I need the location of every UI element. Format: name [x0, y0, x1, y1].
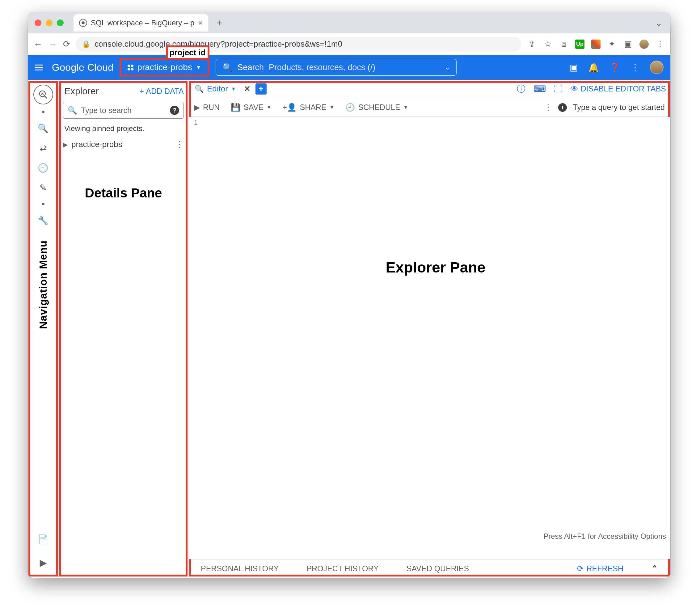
- save-button[interactable]: 💾 SAVE ▼: [231, 103, 271, 112]
- cloud-header: Google Cloud project id practice-probs ▼…: [28, 55, 670, 80]
- tab-close-icon[interactable]: ✕: [243, 84, 250, 94]
- ext-colored-icon[interactable]: [591, 40, 601, 49]
- cloud-search[interactable]: 🔍 Search Products, resources, docs (/) ⌄: [215, 59, 457, 76]
- upwork-ext-icon[interactable]: Up: [575, 40, 585, 49]
- nav-scheduled-queries[interactable]: 🕘: [34, 159, 52, 177]
- add-data-button[interactable]: + ADD DATA: [140, 87, 184, 96]
- profile-avatar[interactable]: [640, 40, 649, 49]
- refresh-label: REFRESH: [587, 564, 623, 573]
- nav-sql-workspace[interactable]: 🔍: [34, 119, 52, 137]
- editor-tab-bar: 🔍 Editor ▼ ✕ + ⓘ ⌨ ⛶ 👁 DISABLE EDITOR TA…: [188, 80, 670, 98]
- run-button[interactable]: ▶ RUN: [194, 103, 220, 112]
- tab-dropdown-icon[interactable]: ▼: [231, 86, 236, 92]
- project-id-annotation: project id: [166, 45, 209, 58]
- refresh-button[interactable]: ⟳ REFRESH: [577, 564, 623, 573]
- personal-history-tab[interactable]: PERSONAL HISTORY: [201, 564, 279, 573]
- more-icon[interactable]: ⋮: [544, 103, 552, 112]
- new-tab-button[interactable]: +: [212, 17, 226, 29]
- main-content: 🔍 ⇄ 🕘 ✎ 🔧 Navigation Menu 📄 ▶ Explorer +…: [28, 80, 670, 578]
- query-info-icon[interactable]: ⓘ: [517, 83, 526, 95]
- keyboard-icon[interactable]: ⌨: [533, 84, 546, 94]
- more-menu-icon[interactable]: ⋮: [631, 62, 640, 73]
- bigquery-icon[interactable]: [33, 84, 53, 104]
- notifications-icon[interactable]: 🔔: [588, 62, 599, 73]
- disable-tabs-label: DISABLE EDITOR TABS: [581, 84, 666, 93]
- tab-close-icon[interactable]: ×: [198, 18, 203, 28]
- share-icon: +👤: [283, 103, 297, 112]
- details-pane-annotation: Details Pane: [59, 186, 188, 201]
- google-cloud-logo[interactable]: Google Cloud: [52, 62, 113, 73]
- editor-toolbar: ▶ RUN 💾 SAVE ▼ +👤 SHARE ▼ 🕘 SCHEDULE ▼: [188, 98, 670, 117]
- disable-editor-tabs-button[interactable]: 👁 DISABLE EDITOR TABS: [571, 84, 666, 93]
- search-help-icon[interactable]: ?: [170, 106, 179, 115]
- header-actions: ▣ 🔔 ❓ ⋮: [570, 60, 664, 74]
- project-name: practice-probs: [71, 140, 122, 149]
- editor-tab[interactable]: 🔍 Editor ▼: [193, 84, 238, 94]
- close-window-icon[interactable]: [35, 19, 41, 26]
- nav-separator-dot-2: [42, 203, 44, 205]
- project-tree-row[interactable]: ▶ practice-probs ⋮: [59, 137, 188, 152]
- bookmark-icon[interactable]: ☆: [543, 40, 552, 49]
- schedule-button[interactable]: 🕘 SCHEDULE ▼: [345, 103, 408, 112]
- project-id-text: practice-probs: [137, 62, 192, 72]
- save-icon: 💾: [231, 103, 240, 112]
- nav-analytics-hub[interactable]: ✎: [34, 178, 52, 196]
- editor-panel: 🔍 Editor ▼ ✕ + ⓘ ⌨ ⛶ 👁 DISABLE EDITOR TA…: [188, 80, 670, 578]
- cloud-shell-icon[interactable]: ▣: [570, 62, 578, 73]
- info-icon: i: [558, 103, 567, 112]
- run-label: RUN: [203, 103, 220, 112]
- project-history-tab[interactable]: PROJECT HISTORY: [306, 564, 378, 573]
- add-data-label: ADD DATA: [146, 87, 184, 96]
- url-bar-row: ← → ⟳ 🔒 console.cloud.google.com/bigquer…: [28, 33, 670, 55]
- browser-window: SQL workspace – BigQuery – p × + ⌄ ← → ⟳…: [28, 12, 670, 578]
- refresh-icon: ⟳: [577, 564, 584, 573]
- dropdown-icon: ▼: [329, 105, 335, 110]
- reload-button[interactable]: ⟳: [63, 39, 70, 49]
- project-selector[interactable]: project id practice-probs ▼: [122, 60, 207, 75]
- schedule-label: SCHEDULE: [358, 103, 400, 112]
- address-bar[interactable]: 🔒 console.cloud.google.com/bigquery?proj…: [76, 37, 522, 52]
- editor-canvas[interactable]: Explorer Pane Press Alt+F1 for Accessibi…: [201, 117, 670, 559]
- browser-menu-icon[interactable]: ⋮: [656, 40, 665, 49]
- nav-admin-icon[interactable]: 🔧: [34, 211, 52, 229]
- new-tab-button[interactable]: +: [256, 83, 267, 95]
- explorer-panel: Explorer + ADD DATA 🔍 Type to search ? V…: [59, 80, 188, 578]
- logo-word-cloud: Cloud: [87, 62, 113, 73]
- expand-up-icon[interactable]: ⌃: [651, 564, 658, 573]
- search-icon: 🔍: [222, 62, 233, 72]
- nav-expand-icon[interactable]: ▶: [34, 554, 52, 572]
- nav-release-notes[interactable]: 📄: [34, 530, 52, 548]
- row-menu-icon[interactable]: ⋮: [176, 140, 184, 149]
- nav-menu-annotation: Navigation Menu: [37, 240, 49, 329]
- clock-icon: 🕘: [345, 103, 355, 112]
- nav-menu-button[interactable]: [35, 64, 43, 71]
- share-icon[interactable]: ⇪: [527, 40, 536, 49]
- saved-queries-tab[interactable]: SAVED QUERIES: [406, 564, 469, 573]
- fullscreen-icon[interactable]: ⛶: [554, 84, 563, 94]
- share-button[interactable]: +👤 SHARE ▼: [283, 103, 335, 112]
- logo-word-google: Google: [52, 62, 84, 73]
- explorer-search[interactable]: 🔍 Type to search ?: [63, 102, 184, 119]
- explorer-title: Explorer: [64, 86, 99, 96]
- tab-favicon-icon: [79, 19, 87, 27]
- tab-strip: SQL workspace – BigQuery – p × + ⌄: [28, 12, 670, 33]
- accessibility-hint: Press Alt+F1 for Accessibility Options: [543, 532, 666, 540]
- panel-icon[interactable]: ▣: [623, 40, 633, 49]
- help-icon[interactable]: ❓: [609, 62, 620, 73]
- forward-button: →: [48, 39, 57, 50]
- minimize-window-icon[interactable]: [46, 19, 53, 26]
- browser-tab[interactable]: SQL workspace – BigQuery – p ×: [74, 14, 208, 32]
- back-button[interactable]: ←: [33, 39, 43, 50]
- save-label: SAVE: [243, 103, 264, 112]
- editor-tab-label: Editor: [207, 84, 228, 94]
- query-hint: Type a query to get started: [573, 103, 665, 112]
- extensions-icon[interactable]: ✦: [607, 40, 617, 49]
- maximize-window-icon[interactable]: [57, 19, 64, 26]
- dropdown-icon: ▼: [267, 105, 271, 110]
- nav-data-transfers[interactable]: ⇄: [34, 139, 52, 157]
- account-avatar[interactable]: [650, 60, 664, 74]
- tabs-overflow-icon[interactable]: ⌄: [655, 18, 662, 28]
- search-placeholder: Type to search: [81, 106, 166, 115]
- dropbox-ext-icon[interactable]: ⧈: [559, 40, 568, 49]
- expand-icon[interactable]: ▶: [63, 141, 68, 148]
